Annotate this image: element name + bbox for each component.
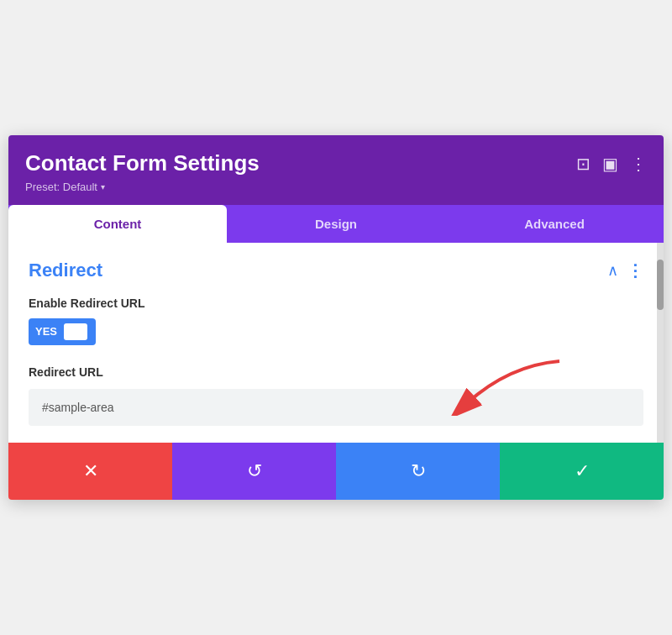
arrow-svg bbox=[442, 357, 576, 416]
panel-header: Contact Form Settings Preset: Default ▾ … bbox=[8, 135, 664, 204]
cancel-button[interactable]: ✕ bbox=[8, 443, 172, 500]
panel-title: Contact Form Settings bbox=[25, 150, 260, 176]
toggle-thumb bbox=[64, 323, 87, 340]
arrow-annotation bbox=[442, 357, 576, 419]
preset-label: Preset: Default bbox=[25, 181, 97, 193]
focus-icon[interactable]: ⊡ bbox=[576, 154, 591, 174]
redirect-url-section: Redirect URL #sample-area bbox=[29, 365, 643, 426]
preset-chevron-icon[interactable]: ▾ bbox=[101, 182, 105, 192]
header-left: Contact Form Settings Preset: Default ▾ bbox=[25, 150, 260, 192]
toggle-container: YES bbox=[29, 318, 643, 345]
section-header: Redirect ∧ ⋮ bbox=[29, 260, 643, 281]
section-title: Redirect bbox=[29, 260, 102, 281]
tab-advanced[interactable]: Advanced bbox=[445, 205, 664, 243]
enable-redirect-toggle[interactable]: YES bbox=[29, 318, 96, 345]
cancel-icon: ✕ bbox=[83, 460, 98, 482]
redo-button[interactable]: ↻ bbox=[336, 443, 500, 500]
header-menu-icon[interactable]: ⋮ bbox=[630, 154, 647, 174]
section-collapse-icon[interactable]: ∧ bbox=[607, 261, 618, 280]
undo-icon: ↺ bbox=[247, 460, 262, 482]
enable-redirect-label: Enable Redirect URL bbox=[29, 297, 643, 310]
toggle-yes-label: YES bbox=[35, 325, 57, 338]
tab-design[interactable]: Design bbox=[227, 205, 445, 243]
redo-icon: ↻ bbox=[411, 460, 426, 482]
header-icons: ⊡ ▣ ⋮ bbox=[576, 154, 647, 174]
panel-content: Redirect ∧ ⋮ Enable Redirect URL YES Red… bbox=[8, 243, 664, 443]
tabs-bar: Content Design Advanced bbox=[8, 205, 664, 243]
panel-preset[interactable]: Preset: Default ▾ bbox=[25, 181, 260, 193]
panel-icon[interactable]: ▣ bbox=[602, 154, 618, 174]
tab-content[interactable]: Content bbox=[8, 205, 227, 243]
section-menu-icon[interactable]: ⋮ bbox=[627, 260, 643, 281]
save-icon: ✓ bbox=[575, 460, 590, 482]
scrollbar-track[interactable] bbox=[657, 243, 664, 443]
undo-button[interactable]: ↺ bbox=[172, 443, 336, 500]
save-button[interactable]: ✓ bbox=[500, 443, 664, 500]
panel-footer: ✕ ↺ ↻ ✓ bbox=[8, 443, 664, 500]
section-controls: ∧ ⋮ bbox=[607, 260, 643, 281]
settings-panel: Contact Form Settings Preset: Default ▾ … bbox=[8, 135, 664, 499]
scrollbar-thumb[interactable] bbox=[657, 260, 664, 310]
